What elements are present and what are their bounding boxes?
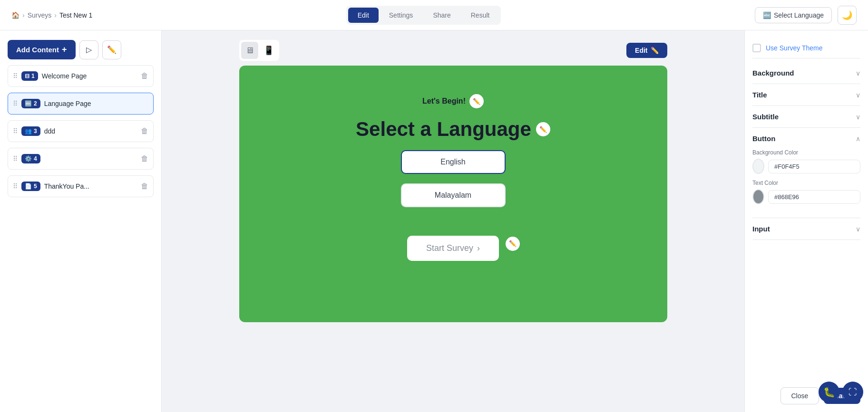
bug-report-button[interactable]: 🐛: [819, 382, 839, 402]
page-badge-1: ⊟ 1: [21, 71, 38, 81]
left-sidebar: Add Content + ▷ ✏️ ⠿ ⊟ 1 Welcome Page 🗑 …: [0, 30, 162, 412]
button-section-header[interactable]: Button ∧: [752, 128, 860, 149]
preview-title-text: Let's Begin!: [422, 97, 466, 105]
bg-color-label: Background Color: [752, 149, 860, 156]
page-num-4: 4: [34, 155, 37, 162]
expand-button[interactable]: ⛶: [842, 382, 863, 402]
breadcrumb-sep-1: ›: [22, 11, 25, 19]
input-section-header[interactable]: Input ∨: [752, 218, 860, 240]
center-canvas: 🖥 📱 Edit ✏️ Let's Begin! ✏️ Select a Lan…: [162, 30, 744, 412]
add-content-button[interactable]: Add Content +: [8, 40, 76, 59]
tab-edit[interactable]: Edit: [348, 8, 379, 23]
start-survey-label: Start Survey: [426, 243, 473, 253]
edit-pencil-button[interactable]: ✏️: [102, 40, 121, 59]
sidebar-item-language-page[interactable]: ⠿ 🔤 2 Language Page: [8, 93, 154, 115]
drag-handle-1: ⠿: [13, 72, 18, 80]
tab-result[interactable]: Result: [461, 8, 499, 23]
sidebar-item-ddd[interactable]: ⠿ 👥 3 ddd 🗑: [8, 120, 154, 142]
language-option-english[interactable]: English: [401, 150, 506, 174]
page-name-2: Language Page: [44, 100, 148, 107]
nav-tabs: Edit Settings Share Result: [346, 6, 501, 25]
main-layout: Add Content + ▷ ✏️ ⠿ ⊟ 1 Welcome Page 🗑 …: [0, 30, 868, 412]
drag-handle-5: ⠿: [13, 182, 18, 190]
preview-title-row: Let's Begin! ✏️: [422, 94, 484, 108]
breadcrumb-current: Test New 1: [59, 11, 92, 19]
edit-label: Edit: [635, 47, 647, 54]
play-button[interactable]: ▷: [79, 40, 98, 59]
tab-share[interactable]: Share: [423, 8, 460, 23]
title-section: Title ∨: [752, 84, 860, 106]
edit-subtitle-button[interactable]: ✏️: [536, 122, 550, 136]
button-section-title: Button: [752, 134, 775, 143]
drag-handle-2: ⠿: [13, 100, 18, 107]
language-option-malayalam[interactable]: Malayalam: [401, 183, 506, 207]
preview-subtitle-text: Select a Language: [356, 118, 531, 141]
sidebar-item-thankyou-page[interactable]: ⠿ 📄 5 ThankYou Pa... 🗑: [8, 175, 154, 197]
page-badge-5: 📄 5: [21, 182, 40, 191]
select-language-label: Select Language: [774, 11, 824, 19]
select-language-button[interactable]: 🔤 Select Language: [755, 7, 832, 23]
input-section: Input ∨: [752, 218, 860, 240]
background-section-header[interactable]: Background ∨: [752, 62, 860, 84]
breadcrumb-surveys[interactable]: Surveys: [28, 11, 52, 19]
use-survey-theme-checkbox[interactable]: [752, 44, 761, 52]
delete-page-4-button[interactable]: 🗑: [141, 154, 148, 163]
home-icon[interactable]: 🏠: [11, 11, 20, 19]
group-icon-3: 👥: [25, 128, 32, 134]
canvas-edit-button[interactable]: Edit ✏️: [626, 43, 667, 58]
sidebar-item-welcome-page[interactable]: ⠿ ⊟ 1 Welcome Page 🗑: [8, 65, 154, 87]
close-button[interactable]: Close: [780, 387, 819, 404]
page-num-5: 5: [34, 183, 37, 190]
text-color-row: Text Color: [752, 180, 860, 204]
drag-handle-3: ⠿: [13, 127, 18, 135]
settings-icon-4: ⚙️: [25, 155, 32, 162]
subtitle-section-title: Subtitle: [752, 113, 779, 121]
desktop-view-button[interactable]: 🖥: [241, 42, 258, 59]
button-section: Button ∧ Background Color Text Color: [752, 128, 860, 218]
page-icon-1: ⊟: [25, 73, 29, 79]
subtitle-section: Subtitle ∨: [752, 106, 860, 128]
bg-color-input-row: [752, 159, 860, 174]
subtitle-section-header[interactable]: Subtitle ∨: [752, 106, 860, 127]
delete-page-5-button[interactable]: 🗑: [141, 182, 148, 191]
use-survey-theme-label[interactable]: Use Survey Theme: [766, 44, 823, 52]
mobile-view-button[interactable]: 📱: [260, 42, 277, 59]
page-num-1: 1: [31, 73, 35, 79]
delete-page-1-button[interactable]: 🗑: [141, 72, 148, 80]
nav-right: 🔤 Select Language 🌙: [755, 6, 857, 25]
title-section-header[interactable]: Title ∨: [752, 84, 860, 105]
preview-subtitle-row: Select a Language ✏️: [356, 118, 550, 141]
use-survey-theme-row: Use Survey Theme: [752, 38, 860, 58]
device-toggle-group: 🖥 📱: [239, 40, 279, 61]
start-survey-button[interactable]: Start Survey ›: [407, 236, 499, 261]
page-badge-4: ⚙️ 4: [21, 154, 40, 163]
text-color-input[interactable]: [768, 190, 860, 204]
page-num-3: 3: [34, 128, 37, 134]
breadcrumb-sep-2: ›: [54, 11, 57, 19]
delete-page-3-button[interactable]: 🗑: [141, 127, 148, 135]
background-section: Background ∨: [752, 62, 860, 84]
input-chevron-icon: ∨: [856, 225, 860, 233]
bg-color-input[interactable]: [768, 160, 860, 173]
sidebar-item-page-4[interactable]: ⠿ ⚙️ 4 🗑: [8, 148, 154, 170]
thankyou-icon-5: 📄: [25, 183, 32, 190]
text-color-input-row: [752, 189, 860, 204]
dark-mode-toggle[interactable]: 🌙: [838, 6, 857, 25]
add-content-label: Add Content: [16, 46, 59, 54]
text-color-swatch[interactable]: [752, 189, 764, 204]
edit-start-button[interactable]: ✏️: [506, 237, 520, 251]
tab-settings[interactable]: Settings: [380, 8, 423, 23]
canvas-edit-icon: ✏️: [651, 47, 659, 54]
bg-color-swatch[interactable]: [752, 159, 764, 174]
chevron-right-icon: ›: [477, 243, 480, 253]
page-name-1: Welcome Page: [42, 72, 137, 80]
button-section-content: Background Color Text Color: [752, 149, 860, 218]
page-badge-3: 👥 3: [21, 126, 40, 136]
survey-preview: Let's Begin! ✏️ Select a Language ✏️ Eng…: [239, 66, 667, 322]
plus-icon: +: [62, 45, 67, 55]
text-color-label: Text Color: [752, 180, 860, 186]
bg-color-row: Background Color: [752, 149, 860, 174]
translate-icon: 🔤: [763, 11, 771, 19]
edit-title-button[interactable]: ✏️: [469, 94, 484, 108]
sidebar-toolbar: Add Content + ▷ ✏️: [8, 40, 154, 59]
